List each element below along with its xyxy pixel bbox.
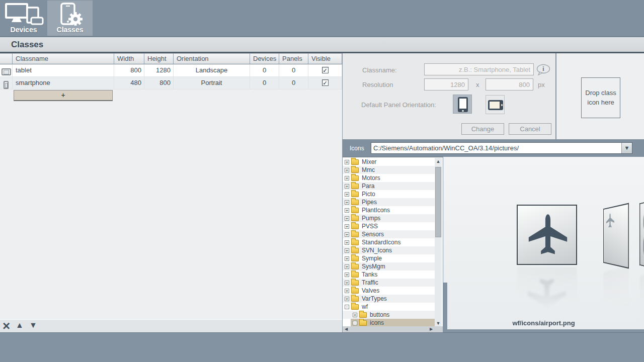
tree-folder-label: PVSS — [362, 223, 378, 230]
tree-expander-icon[interactable]: + — [345, 240, 349, 245]
cell-panels: 0 — [279, 77, 308, 89]
tree-folder-item[interactable]: + Valves — [343, 287, 435, 295]
tree-folder-item[interactable]: + Traffic — [343, 279, 435, 287]
next-icon-tile-2[interactable] — [639, 196, 644, 272]
resolution-height-input[interactable] — [486, 78, 533, 90]
folder-icon — [351, 296, 359, 302]
tree-folder-item[interactable]: + Pumps — [343, 214, 435, 222]
tree-folder-item[interactable]: + buttons — [343, 311, 435, 319]
delete-class-icon[interactable]: × — [3, 318, 10, 334]
tree-folder-item[interactable]: + Sensors — [343, 230, 435, 238]
add-class-button[interactable]: + — [14, 90, 113, 101]
tree-folder-item[interactable]: + Symple — [343, 254, 435, 262]
tree-expander-icon[interactable]: + — [345, 297, 349, 301]
page-header: Classes — [0, 37, 644, 52]
tree-folder-label: Motors — [362, 174, 380, 182]
tree-folder-item[interactable]: + PVSS — [343, 222, 435, 230]
landscape-orientation-button[interactable] — [486, 95, 505, 114]
scroll-right-icon[interactable]: ▶ — [428, 326, 435, 332]
table-row[interactable]: tablet 800 1280 Landscape 0 0 ✓ — [0, 64, 342, 77]
tree-folder-item[interactable]: + StandardIcons — [343, 238, 435, 246]
scroll-left-icon[interactable]: ◀ — [343, 326, 350, 332]
tree-folder-item[interactable]: - wf — [343, 303, 435, 311]
column-header-height[interactable]: Height — [144, 53, 174, 64]
tree-expander-icon[interactable]: + — [345, 200, 349, 205]
tree-folder-label: buttons — [370, 311, 389, 318]
tree-folder-item[interactable]: + Mmc — [343, 166, 435, 174]
folder-icon — [351, 288, 359, 294]
move-up-icon[interactable]: ▲ — [16, 321, 24, 330]
tree-folder-label: Valves — [362, 287, 379, 294]
tree-folder-label: Pipes — [362, 199, 377, 206]
classes-icon — [47, 3, 93, 26]
icons-folder-tree: + Mixer + Mmc + Motors + Para + Picto + … — [343, 157, 443, 332]
change-button[interactable]: Change — [461, 123, 504, 135]
tree-expander-icon[interactable]: + — [345, 224, 349, 229]
tree-folder-item[interactable]: + Motors — [343, 174, 435, 182]
visible-checkbox[interactable]: ✓ — [322, 67, 329, 73]
tree-folder-label: Picto — [362, 191, 375, 198]
scroll-up-icon[interactable]: ▲ — [435, 158, 442, 165]
tree-expander-icon[interactable]: + — [345, 208, 349, 213]
tree-vertical-scrollbar[interactable]: ▲ ▼ — [435, 158, 442, 327]
column-header-icon[interactable] — [0, 53, 13, 64]
folder-icon — [351, 208, 359, 213]
tree-folder-item[interactable]: + PlantIcons — [343, 206, 435, 214]
portrait-orientation-button[interactable] — [453, 95, 472, 114]
tree-expander-icon[interactable]: + — [345, 232, 349, 237]
airport-icon-tile[interactable] — [517, 205, 577, 265]
tree-folder-item[interactable]: + Pipes — [343, 198, 435, 206]
visible-checkbox[interactable]: ✓ — [322, 79, 329, 86]
tree-folder-item[interactable]: + SVN_Icons — [343, 246, 435, 254]
tree-folder-item[interactable]: + Mixer — [343, 158, 435, 166]
table-row[interactable]: smartphone 480 800 Portrait 0 0 ✓ — [0, 77, 342, 89]
scroll-down-icon[interactable]: ▼ — [435, 320, 442, 327]
column-header-orientation[interactable]: Orientation — [174, 53, 250, 64]
cancel-button[interactable]: Cancel — [509, 123, 551, 135]
tree-folder-item[interactable]: - icons — [343, 319, 435, 327]
move-down-icon[interactable]: ▼ — [29, 321, 37, 330]
resolution-width-input[interactable] — [424, 78, 468, 90]
tree-expander-icon[interactable]: + — [345, 248, 349, 253]
tree-folder-item[interactable]: + Tanks — [343, 270, 435, 279]
tree-expander-icon[interactable]: + — [345, 192, 349, 197]
tree-expander-icon[interactable]: + — [345, 176, 349, 180]
icon-preview-area: wf/icons/airport.png — [443, 157, 644, 329]
tree-folder-item[interactable]: + Picto — [343, 190, 435, 198]
tree-horizontal-scrollbar[interactable]: ◀ ▶ — [343, 326, 443, 332]
portrait-phone-icon — [458, 97, 468, 112]
class-form-panel: Classname: i Resolution x px Default Pan… — [343, 53, 556, 139]
column-header-width[interactable]: Width — [114, 53, 144, 64]
column-header-classname[interactable]: Classname — [13, 53, 114, 64]
drop-class-icon-target[interactable]: Drop class icon here — [581, 77, 620, 118]
devices-tab-button[interactable]: Devices — [2, 1, 45, 36]
tree-expander-icon[interactable]: - — [345, 305, 349, 309]
tree-folder-item[interactable]: + SysMgm — [343, 262, 435, 270]
tree-expander-icon[interactable]: + — [345, 184, 349, 189]
tree-expander-icon[interactable]: + — [345, 264, 349, 269]
column-header-visible[interactable]: Visible — [308, 53, 342, 64]
tree-expander-icon[interactable]: - — [353, 321, 357, 325]
combobox-dropdown-icon[interactable]: ▼ — [621, 143, 632, 153]
tree-folder-item[interactable]: + VarTypes — [343, 295, 435, 303]
tree-expander-icon[interactable]: + — [345, 273, 349, 277]
classes-tab-button[interactable]: Classes — [47, 1, 93, 36]
classname-input[interactable] — [424, 63, 534, 75]
tree-expander-icon[interactable]: + — [345, 256, 349, 261]
column-header-panels[interactable]: Panels — [279, 53, 308, 64]
cell-width: 480 — [114, 77, 144, 89]
tree-folder-item[interactable]: + Para — [343, 182, 435, 190]
tree-expander-icon[interactable]: + — [345, 160, 349, 164]
tree-expander-icon[interactable]: + — [345, 289, 349, 293]
vertical-scroll-thumb[interactable] — [435, 167, 441, 237]
tree-expander-icon[interactable]: + — [353, 313, 357, 317]
resolution-label: Resolution — [362, 81, 393, 88]
tree-expander-icon[interactable]: + — [345, 216, 349, 221]
info-icon[interactable]: i — [536, 64, 550, 78]
tree-expander-icon[interactable]: + — [345, 281, 349, 285]
tree-expander-icon[interactable]: + — [345, 168, 349, 172]
preview-caption: wf/icons/airport.png — [443, 319, 644, 327]
icons-path-combobox[interactable]: C:/Siemens/Automation/WinCC_OA/3.14/pict… — [371, 142, 632, 154]
column-header-devices[interactable]: Devices — [250, 53, 279, 64]
next-icon-tile[interactable] — [603, 203, 629, 269]
